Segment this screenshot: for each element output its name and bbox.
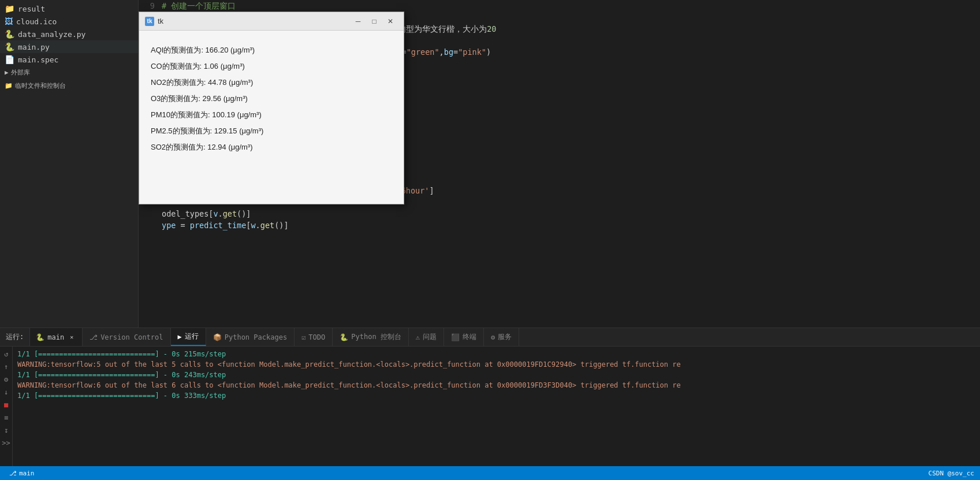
tree-label-cloud-ico: cloud.ico xyxy=(16,17,57,26)
status-git-label: main xyxy=(19,470,35,477)
tab-label-run: 运行 xyxy=(185,332,199,341)
status-right: CSDN @sov_cc xyxy=(929,470,974,477)
run-icon: ▶ xyxy=(178,333,182,341)
tk-app-icon: tk xyxy=(145,17,154,26)
status-left: ⎇ main xyxy=(6,466,38,480)
expand-icon-temp: 📁 xyxy=(5,82,13,90)
services-icon: ⚙ xyxy=(491,333,495,341)
tree-file-main-py[interactable]: 🐍 main.py xyxy=(0,40,138,53)
prediction-row-no2: NO2的预测值为: 44.78 (μg/m³) xyxy=(151,75,392,91)
terminal-line-5: 1/1 [============================] - 0s … xyxy=(17,390,975,401)
sidebar-section-temp[interactable]: 📁 临时文件和控制台 xyxy=(0,79,138,92)
tk-controls: ─ □ ✕ xyxy=(351,16,398,27)
terminal-line-2: WARNING:tensorflow:5 out of the last 5 c… xyxy=(17,359,975,370)
prediction-row-pm10: PM10的预测值为: 100.19 (μg/m³) xyxy=(151,107,392,123)
run-label-text: 运行: xyxy=(6,332,24,342)
tk-window[interactable]: tk tk ─ □ ✕ AQI的预测值为: 166.20 (μg/m³) CO的… xyxy=(139,12,404,204)
prediction-row-aqi: AQI的预测值为: 166.20 (μg/m³) xyxy=(151,42,392,58)
sidebar-section-external[interactable]: ▶ 外部库 xyxy=(0,66,138,79)
tab-label-python-console: Python 控制台 xyxy=(351,332,401,342)
run-tab-icon: 🐍 xyxy=(36,333,44,341)
tab-python-console[interactable]: 🐍 Python 控制台 xyxy=(333,328,409,346)
status-csdn-label: CSDN @sov_cc xyxy=(929,470,974,477)
left-tools: ↺ ↑ ⚙ ↓ ■ ≡ ↧ >> xyxy=(0,347,13,466)
tk-titlebar[interactable]: tk tk ─ □ ✕ xyxy=(139,12,404,31)
tab-version-control[interactable]: ⎇ Version Control xyxy=(83,328,170,346)
expand-icon-external: ▶ xyxy=(5,69,9,76)
tab-terminal[interactable]: ⬛ 终端 xyxy=(444,328,484,346)
tool-scroll-bottom[interactable]: ↧ xyxy=(1,425,12,436)
version-control-icon: ⎇ xyxy=(90,333,98,341)
tab-label-version-control: Version Control xyxy=(100,333,163,341)
file-icon-py2: 🐍 xyxy=(5,42,14,51)
tree-label-data-analyze: data_analyze.py xyxy=(18,30,85,39)
tab-label-terminal: 终端 xyxy=(463,332,476,342)
tab-label-services: 服务 xyxy=(498,332,512,342)
tab-label-problems: 问题 xyxy=(423,332,437,342)
tab-label-todo: TODO xyxy=(308,333,325,341)
tree-label-main-spec: main.spec xyxy=(18,55,58,64)
file-sidebar: 📁 result 🖼 cloud.ico 🐍 data_analyze.py 🐍… xyxy=(0,0,139,328)
tool-more[interactable]: >> xyxy=(1,438,12,448)
tk-title-label: tk xyxy=(158,17,163,25)
tool-scroll-up[interactable]: ↑ xyxy=(1,362,12,372)
terminal-line-3: 1/1 [============================] - 0s … xyxy=(17,370,975,380)
terminal-content[interactable]: 1/1 [============================] - 0s … xyxy=(13,347,980,466)
line-num-9: 9 xyxy=(139,0,162,12)
tab-services[interactable]: ⚙ 服务 xyxy=(484,328,519,346)
terminal-line-4: WARNING:tensorflow:6 out of the last 6 c… xyxy=(17,380,975,390)
prediction-row-co: CO的预测值为: 1.06 (μg/m³) xyxy=(151,58,392,75)
tree-file-main-spec[interactable]: 📄 main.spec xyxy=(0,53,138,66)
tool-settings[interactable]: ⚙ xyxy=(1,374,12,385)
status-item-git[interactable]: ⎇ main xyxy=(6,466,38,480)
file-icon-ico: 🖼 xyxy=(5,17,13,26)
tool-wrap[interactable]: ≡ xyxy=(1,412,12,423)
tk-close-button[interactable]: ✕ xyxy=(383,16,398,27)
tab-label-python-packages: Python Packages xyxy=(225,333,287,341)
prediction-row-o3: O3的预测值为: 29.56 (μg/m³) xyxy=(151,91,392,107)
tree-label-main-py: main.py xyxy=(18,43,50,51)
editor-area: tk tk ─ □ ✕ AQI的预测值为: 166.20 (μg/m³) CO的… xyxy=(139,0,980,328)
tree-label-result: result xyxy=(18,5,45,13)
tk-maximize-button[interactable]: □ xyxy=(367,16,382,27)
status-bar: ⎇ main CSDN @sov_cc xyxy=(0,466,980,480)
section-label-temp: 临时文件和控制台 xyxy=(15,81,66,90)
todo-icon: ☑ xyxy=(301,333,305,341)
tab-problems[interactable]: ⚠ 问题 xyxy=(409,328,444,346)
tree-file-data-analyze[interactable]: 🐍 data_analyze.py xyxy=(0,28,138,40)
run-tab-close-button[interactable]: ✕ xyxy=(67,333,76,342)
python-console-icon: 🐍 xyxy=(340,333,348,341)
line-content-9: # 创建一个顶层窗口 xyxy=(162,0,980,12)
tree-folder-result[interactable]: 📁 result xyxy=(0,2,138,15)
file-tree: 📁 result 🖼 cloud.ico 🐍 data_analyze.py 🐍… xyxy=(0,0,138,328)
git-icon: ⎇ xyxy=(9,470,17,477)
python-packages-icon: 📦 xyxy=(213,333,222,341)
terminal-icon: ⬛ xyxy=(451,333,460,341)
tk-minimize-button[interactable]: ─ xyxy=(351,16,366,27)
tab-python-packages[interactable]: 📦 Python Packages xyxy=(206,328,295,346)
tool-scroll-down[interactable]: ↓ xyxy=(1,387,12,397)
terminal-line-1: 1/1 [============================] - 0s … xyxy=(17,349,975,359)
run-tab[interactable]: 🐍 main ✕ xyxy=(30,328,83,346)
tree-file-cloud-ico[interactable]: 🖼 cloud.ico xyxy=(0,15,138,28)
prediction-row-pm25: PM2.5的预测值为: 129.15 (μg/m³) xyxy=(151,123,392,139)
file-icon-py: 🐍 xyxy=(5,29,14,39)
bottom-panel: 运行: 🐍 main ✕ ⎇ Version Control ▶ 运行 📦 Py… xyxy=(0,328,980,466)
file-icon-spec: 📄 xyxy=(5,55,14,64)
run-label: 运行: xyxy=(0,328,30,346)
tool-stop[interactable]: ■ xyxy=(1,400,12,410)
panel-tabs: 运行: 🐍 main ✕ ⎇ Version Control ▶ 运行 📦 Py… xyxy=(0,328,980,347)
folder-icon: 📁 xyxy=(5,4,14,13)
section-label-external: 外部库 xyxy=(11,68,30,77)
bottom-panel-inner: ↺ ↑ ⚙ ↓ ■ ≡ ↧ >> 1/1 [==================… xyxy=(0,347,980,466)
tool-refresh[interactable]: ↺ xyxy=(1,349,12,359)
tab-run[interactable]: ▶ 运行 xyxy=(171,328,206,346)
problems-icon: ⚠ xyxy=(416,333,420,341)
tk-title-left: tk tk xyxy=(145,17,163,26)
prediction-row-so2: SO2的预测值为: 12.94 (μg/m³) xyxy=(151,139,392,155)
tab-todo[interactable]: ☑ TODO xyxy=(295,328,333,346)
run-tab-label: main xyxy=(47,333,64,341)
tk-body: AQI的预测值为: 166.20 (μg/m³) CO的预测值为: 1.06 (… xyxy=(139,31,404,204)
